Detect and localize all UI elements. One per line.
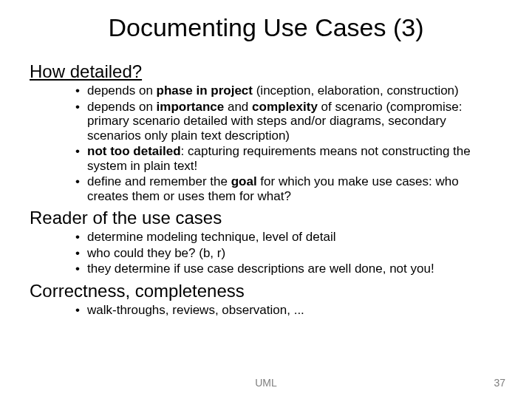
list-item: depends on phase in project (inception, … [87, 83, 495, 98]
footer: UML 37 [0, 377, 532, 389]
list-item: define and remember the goal for which y… [87, 174, 495, 203]
list-item: depends on importance and complexity of … [87, 100, 495, 143]
footer-page-number: 37 [494, 377, 505, 389]
bullet-list: depends on phase in project (inception, … [30, 83, 502, 203]
slide: Documenting Use Cases (3) How detailed?d… [0, 0, 532, 399]
list-item: they determine if use case descriptions … [87, 262, 495, 276]
section-heading: Reader of the use cases [30, 208, 502, 228]
list-item: who could they be? (b, r) [87, 246, 495, 261]
content: How detailed?depends on phase in project… [30, 61, 502, 318]
page-title: Documenting Use Cases (3) [30, 13, 502, 42]
list-item: not too detailed: capturing requirements… [87, 144, 495, 173]
list-item: determine modeling technique, level of d… [87, 230, 495, 245]
list-item: walk-throughs, reviews, observation, ... [87, 303, 495, 318]
section-heading: Correctness, completeness [30, 281, 502, 301]
footer-center: UML [255, 377, 277, 389]
section-heading: How detailed? [30, 61, 502, 82]
bullet-list: walk-throughs, reviews, observation, ... [30, 303, 502, 318]
bullet-list: determine modeling technique, level of d… [30, 230, 502, 276]
